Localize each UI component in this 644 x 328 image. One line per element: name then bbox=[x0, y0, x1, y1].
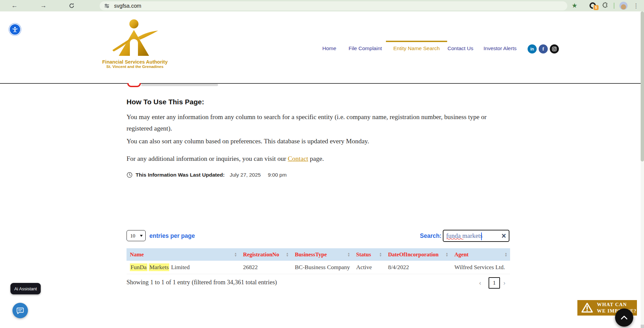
sort-icons[interactable]: ▲▼ bbox=[234, 252, 237, 257]
nav-entity-name-search[interactable]: Entity Name Search bbox=[393, 45, 440, 51]
browser-toolbar: ← → svgfsa.com ★ 5 ⋮ bbox=[0, 0, 644, 11]
column-label: RegistrationNo bbox=[243, 251, 279, 258]
search-box: × bbox=[443, 230, 509, 242]
page-size-select[interactable]: 10 bbox=[127, 230, 146, 241]
site-logo[interactable]: Financial Services Authority St. Vincent… bbox=[101, 18, 169, 69]
sort-icons[interactable]: ▲▼ bbox=[347, 252, 350, 257]
entries-per-page-label: entries per page bbox=[149, 232, 195, 240]
cell-name: FunDa MarketsLimited bbox=[127, 261, 240, 274]
column-header-businesstype[interactable]: BusinessType ▲▼ bbox=[291, 248, 353, 261]
last-updated-label: This Information Was Last Updated: bbox=[136, 172, 225, 178]
accessibility-person-icon bbox=[11, 26, 19, 33]
logo-subtitle: St. Vincent and the Grenadines bbox=[101, 65, 169, 69]
extensions-puzzle-icon[interactable] bbox=[602, 2, 609, 10]
search-label: Search: bbox=[420, 232, 441, 240]
webpage: Financial Services Authority St. Vincent… bbox=[0, 11, 644, 328]
page-size-select-wrap: 10 bbox=[127, 230, 146, 241]
clipped-element-remnant bbox=[141, 84, 218, 86]
last-updated-date: July 27, 2025 bbox=[230, 172, 261, 178]
column-header-status[interactable]: Status ▲▼ bbox=[353, 248, 385, 261]
sort-icons[interactable]: ▲▼ bbox=[505, 252, 507, 257]
cell-status: Active bbox=[353, 261, 385, 274]
instructions-paragraph-1: You may enter any information from any c… bbox=[127, 111, 505, 134]
facebook-icon[interactable]: f bbox=[539, 44, 548, 53]
bookmark-star-icon[interactable]: ★ bbox=[572, 2, 577, 9]
instructions-paragraph-2: You can also sort any column based on pr… bbox=[127, 136, 505, 147]
column-label: BusinessType bbox=[295, 251, 327, 258]
pagination-prev-icon[interactable]: ‹ bbox=[479, 280, 481, 287]
toolbar-divider bbox=[614, 3, 614, 9]
site-settings-icon[interactable] bbox=[104, 3, 110, 9]
clipped-red-frame bbox=[127, 83, 141, 87]
browser-menu-icon[interactable]: ⋮ bbox=[632, 1, 640, 10]
reload-icon[interactable] bbox=[67, 0, 77, 11]
url-text: svgfsa.com bbox=[114, 3, 141, 9]
nav-file-complaint[interactable]: File Complaint bbox=[349, 45, 382, 51]
active-nav-indicator bbox=[386, 41, 447, 42]
nav-investor-alerts[interactable]: Investor Alerts bbox=[484, 45, 516, 51]
column-label: Status bbox=[356, 251, 371, 258]
chat-bubble-icon bbox=[16, 306, 24, 315]
paragraph-3-suffix: page. bbox=[310, 155, 324, 162]
instructions-paragraph-3: For any additional information or inquir… bbox=[127, 153, 505, 165]
search-highlight: Markets bbox=[149, 263, 169, 271]
cell-business-type: BC-Business Company bbox=[291, 261, 353, 274]
column-header-agent[interactable]: Agent ▲▼ bbox=[451, 248, 510, 261]
table-summary: Showing 1 to 1 of 1 entry (filtered from… bbox=[127, 279, 277, 286]
column-header-registrationno[interactable]: RegistrationNo ▲▼ bbox=[240, 248, 291, 261]
scroll-to-top-button[interactable] bbox=[615, 308, 633, 327]
sort-icons[interactable]: ▲▼ bbox=[286, 252, 289, 257]
ai-assistant-button[interactable]: Ai Assistant bbox=[10, 283, 41, 294]
sort-icons[interactable]: ▲▼ bbox=[379, 252, 382, 257]
chat-button[interactable] bbox=[12, 303, 28, 318]
paragraph-3-text: For any additional information or inquir… bbox=[127, 155, 286, 162]
cell-registration-no: 26822 bbox=[240, 261, 291, 274]
profile-avatar[interactable] bbox=[619, 2, 628, 10]
last-updated-time: 9:00 pm bbox=[268, 172, 287, 178]
pagination-page-1[interactable]: 1 bbox=[489, 277, 500, 289]
chevron-up-icon bbox=[620, 315, 628, 320]
nav-home[interactable]: Home bbox=[322, 45, 336, 51]
column-header-dateofincorporation[interactable]: DateOfIncorporation ▲▼ bbox=[385, 248, 451, 261]
extension-badge: 5 bbox=[594, 5, 599, 10]
logo-title: Financial Services Authority bbox=[101, 59, 169, 65]
forward-icon[interactable]: → bbox=[38, 0, 48, 11]
nav-contact-us[interactable]: Contact Us bbox=[448, 45, 473, 51]
cell-date-of-incorporation: 8/4/2022 bbox=[385, 261, 451, 274]
sort-icons[interactable]: ▲▼ bbox=[445, 252, 448, 257]
page-title: How To Use This Page: bbox=[127, 98, 204, 106]
instagram-icon[interactable] bbox=[550, 44, 559, 53]
reload-arrow-icon bbox=[69, 3, 75, 9]
spellcheck-underline bbox=[446, 238, 463, 240]
column-label: Name bbox=[130, 251, 144, 258]
warning-triangle-icon bbox=[581, 302, 594, 314]
column-header-name[interactable]: Name ▲▼ bbox=[127, 248, 240, 261]
table-row[interactable]: FunDa MarketsLimited 26822 BC-Business C… bbox=[127, 261, 510, 274]
clear-search-icon[interactable]: × bbox=[502, 231, 506, 240]
nav-entity-name-search-label: Entity Name Search bbox=[393, 45, 440, 51]
header-divider bbox=[0, 83, 641, 84]
clock-icon bbox=[127, 172, 133, 178]
scrollbar-track[interactable] bbox=[641, 11, 644, 328]
accessibility-button[interactable] bbox=[9, 24, 21, 35]
feedback-line-1: WHAT CAN bbox=[597, 301, 637, 308]
column-label: Agent bbox=[454, 251, 468, 258]
scrollbar-corner bbox=[641, 325, 644, 328]
contact-link[interactable]: Contact bbox=[288, 155, 308, 162]
cell-name-rest: Limited bbox=[171, 264, 189, 271]
search-highlight: FunDa bbox=[130, 263, 147, 271]
last-updated-row: This Information Was Last Updated: July … bbox=[127, 172, 287, 178]
table-header-row: Name ▲▼ RegistrationNo ▲▼ BusinessType ▲… bbox=[127, 248, 510, 261]
linkedin-icon[interactable]: in bbox=[528, 44, 537, 53]
url-bar[interactable]: svgfsa.com bbox=[100, 1, 567, 10]
pagination-next-icon[interactable]: › bbox=[503, 280, 505, 287]
column-label: DateOfIncorporation bbox=[388, 251, 438, 258]
scrollbar-thumb[interactable] bbox=[641, 11, 644, 161]
cell-agent: Wilfred Services Ltd. bbox=[451, 261, 510, 274]
text-caret bbox=[481, 232, 482, 240]
logo-figure-icon bbox=[110, 18, 160, 59]
back-icon[interactable]: ← bbox=[9, 0, 20, 11]
